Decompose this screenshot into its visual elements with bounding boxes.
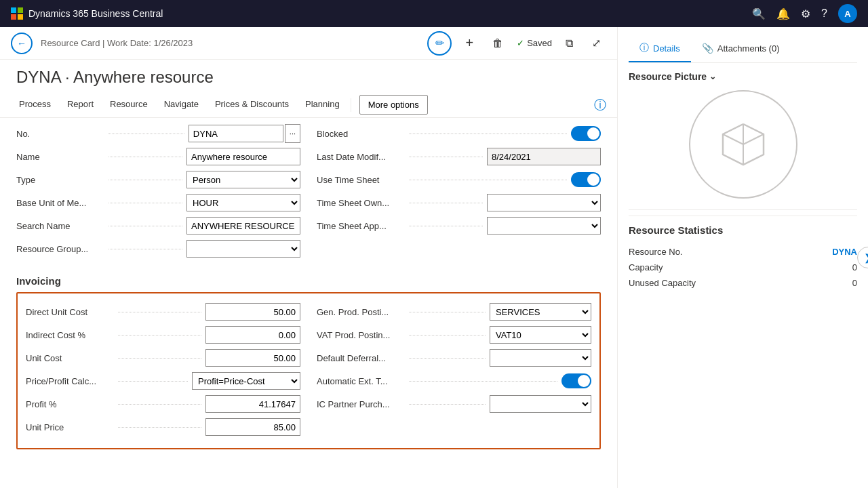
- field-time-sheet-owner-dots: [409, 203, 483, 203]
- field-use-time-sheet-label: Use Time Sheet: [317, 175, 405, 185]
- no-ellipsis-button[interactable]: ···: [285, 124, 300, 143]
- invoicing-form-section: Direct Unit Cost Indirect Cost %: [16, 292, 601, 449]
- no-input[interactable]: [189, 125, 283, 142]
- svg-rect-1: [18, 7, 23, 13]
- resource-picture-chevron-icon: ⌄: [709, 72, 716, 81]
- field-time-sheet-owner: Time Sheet Own...: [317, 192, 601, 213]
- blocked-toggle-slider: [571, 126, 601, 141]
- form-right-half: Blocked Last Date Modif...: [317, 123, 601, 262]
- more-options-button[interactable]: More options: [359, 95, 428, 115]
- auto-ext-toggle[interactable]: [561, 373, 591, 388]
- ic-partner-select[interactable]: [490, 395, 591, 413]
- use-time-sheet-toggle[interactable]: [571, 172, 601, 187]
- header-action-buttons: ✏ + 🗑 ✓ Saved ⧉ ⤢: [427, 31, 606, 56]
- time-sheet-owner-select[interactable]: [487, 194, 601, 211]
- unused-capacity-stat-value: 0: [852, 278, 857, 288]
- unit-price-input[interactable]: [205, 418, 300, 436]
- menu-bar: Process Report Resource Navigate Prices …: [0, 92, 617, 118]
- field-vat-prod-posting-value: VAT10: [490, 326, 591, 344]
- back-button[interactable]: ←: [11, 33, 33, 54]
- edit-button[interactable]: ✏: [427, 31, 452, 56]
- delete-button[interactable]: 🗑: [487, 35, 509, 52]
- field-resource-group-value: [186, 240, 300, 258]
- tab-attachments[interactable]: 📎 Attachments (0): [691, 35, 791, 62]
- profit-pct-input[interactable]: [205, 395, 300, 413]
- blocked-toggle[interactable]: [571, 126, 601, 141]
- default-deferral-select[interactable]: [490, 349, 591, 367]
- field-gen-prod-posting-value: SERVICES: [490, 303, 591, 321]
- field-auto-ext-label: Automatic Ext. T...: [317, 376, 405, 386]
- field-unit-price-dots: [118, 427, 201, 428]
- field-last-date: Last Date Modif...: [317, 146, 601, 167]
- menu-item-report[interactable]: Report: [59, 92, 102, 117]
- search-icon[interactable]: 🔍: [752, 7, 766, 20]
- resource-picture-label: Resource Picture: [629, 71, 707, 82]
- field-no-dots: [108, 134, 184, 134]
- resource-no-stat-value[interactable]: DYNA: [832, 247, 857, 257]
- menu-item-planning[interactable]: Planning: [297, 92, 348, 117]
- right-sidebar: ❯ ⓘ Details 📎 Attachments (0) Resource P…: [617, 27, 868, 488]
- time-sheet-approver-select[interactable]: [487, 217, 601, 235]
- field-search-name-dots: [108, 226, 182, 226]
- name-input[interactable]: [186, 148, 300, 165]
- expand-sidebar-button[interactable]: ❯: [857, 247, 868, 268]
- field-base-uom-dots: [108, 203, 182, 203]
- resource-picture-section-header[interactable]: Resource Picture ⌄: [629, 71, 857, 82]
- invoicing-section-header: Invoicing: [16, 275, 601, 287]
- menu-item-process[interactable]: Process: [11, 92, 59, 117]
- save-status: ✓ Saved: [517, 38, 552, 48]
- svg-line-5: [743, 134, 764, 144]
- field-type-value: Person Machine: [186, 171, 300, 188]
- field-unit-cost: Unit Cost: [26, 348, 300, 368]
- field-search-name-label: Search Name: [16, 221, 104, 231]
- help-icon[interactable]: ?: [821, 7, 827, 20]
- field-ic-partner-value: [490, 395, 591, 413]
- menu-item-prices-discounts[interactable]: Prices & Discounts: [207, 92, 297, 117]
- field-gen-prod-posting: Gen. Prod. Posti... SERVICES: [317, 302, 591, 322]
- price-profit-select[interactable]: Profit=Price-Cost Price=Cost+Profit No R…: [192, 372, 300, 390]
- app-logo-icon: [11, 7, 23, 20]
- svg-rect-0: [11, 7, 16, 13]
- resource-no-stat-label: Resource No.: [629, 247, 682, 257]
- user-avatar[interactable]: A: [838, 4, 857, 23]
- resource-group-select[interactable]: [186, 240, 300, 258]
- svg-rect-2: [11, 14, 16, 20]
- resource-stats-section-header: Resource Statistics: [629, 216, 857, 236]
- field-price-profit-label: Price/Profit Calc...: [26, 376, 114, 386]
- field-direct-unit-cost-label: Direct Unit Cost: [26, 307, 114, 317]
- field-time-sheet-approver-label: Time Sheet App...: [317, 221, 405, 231]
- direct-unit-cost-input[interactable]: [205, 303, 300, 321]
- unit-cost-input[interactable]: [205, 349, 300, 367]
- field-time-sheet-owner-label: Time Sheet Own...: [317, 198, 405, 208]
- add-button[interactable]: +: [460, 33, 479, 54]
- main-form-grid: No. ··· Name Type: [0, 118, 617, 262]
- open-in-new-button[interactable]: ⧉: [560, 35, 578, 52]
- field-auto-ext-dots: [409, 381, 557, 382]
- gen-prod-posting-select[interactable]: SERVICES: [490, 303, 591, 321]
- info-icon[interactable]: ⓘ: [594, 97, 606, 113]
- field-auto-ext: Automatic Ext. T...: [317, 371, 591, 391]
- field-last-date-label: Last Date Modif...: [317, 152, 405, 162]
- field-blocked-label: Blocked: [317, 129, 405, 139]
- search-name-input[interactable]: [186, 217, 300, 235]
- bell-icon[interactable]: 🔔: [776, 7, 790, 20]
- capacity-stat-value: 0: [852, 262, 857, 272]
- collapse-button[interactable]: ⤢: [587, 34, 606, 52]
- menu-separator: [351, 98, 351, 112]
- base-uom-select[interactable]: HOUR: [186, 194, 300, 211]
- field-default-deferral-dots: [409, 358, 486, 359]
- settings-icon[interactable]: ⚙: [801, 7, 810, 20]
- indirect-cost-input[interactable]: [205, 326, 300, 344]
- field-price-profit-value: Profit=Price-Cost Price=Cost+Profit No R…: [192, 372, 300, 390]
- right-panel-tabs: ⓘ Details 📎 Attachments (0): [629, 35, 857, 63]
- field-resource-group-label: Resource Group...: [16, 244, 104, 254]
- vat-prod-posting-select[interactable]: VAT10: [490, 326, 591, 344]
- field-vat-prod-posting-label: VAT Prod. Postin...: [317, 330, 405, 340]
- tab-details[interactable]: ⓘ Details: [629, 35, 691, 62]
- field-time-sheet-approver-dots: [409, 226, 483, 226]
- resource-image-placeholder: [689, 90, 797, 199]
- field-base-uom-value: HOUR: [186, 194, 300, 211]
- menu-item-resource[interactable]: Resource: [102, 92, 156, 117]
- type-select[interactable]: Person Machine: [186, 171, 300, 188]
- menu-item-navigate[interactable]: Navigate: [156, 92, 207, 117]
